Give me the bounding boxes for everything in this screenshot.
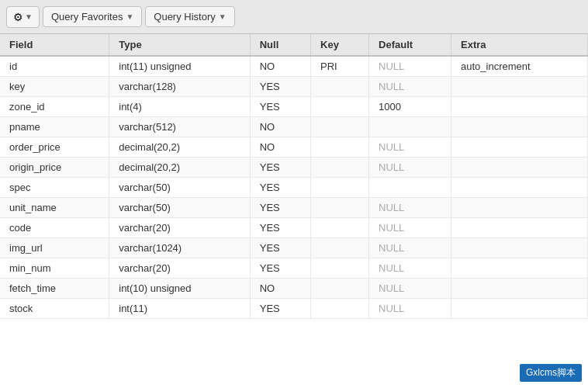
- query-history-button[interactable]: Query History ▼: [145, 6, 234, 27]
- cell-type: int(10) unsigned: [109, 279, 250, 299]
- cell-type: varchar(50): [109, 178, 250, 198]
- cell-type: int(11): [109, 299, 250, 319]
- cell-extra: [451, 279, 588, 299]
- table-row: unit_namevarchar(50)YESNULL: [0, 198, 588, 218]
- cell-extra: [451, 158, 588, 178]
- cell-null: YES: [250, 238, 310, 258]
- cell-type: varchar(20): [109, 218, 250, 238]
- cell-field: key: [0, 77, 109, 97]
- query-favorites-chevron: ▼: [126, 12, 133, 21]
- cell-field: code: [0, 218, 109, 238]
- cell-key: [311, 178, 369, 198]
- table-row: min_numvarchar(20)YESNULL: [0, 258, 588, 279]
- cell-null: YES: [250, 198, 310, 218]
- table-row: zone_idint(4)YES1000: [0, 97, 588, 117]
- table-row: stockint(11)YESNULL: [0, 299, 588, 319]
- cell-type: decimal(20,2): [109, 158, 250, 178]
- table-row: origin_pricedecimal(20,2)YESNULL: [0, 158, 588, 178]
- cell-key: [311, 198, 369, 218]
- table-row: idint(11) unsignedNOPRINULLauto_incremen…: [0, 56, 588, 77]
- table-row: fetch_timeint(10) unsignedNONULL: [0, 279, 588, 299]
- cell-key: [311, 299, 369, 319]
- cell-null: YES: [250, 299, 310, 319]
- cell-field: id: [0, 56, 109, 77]
- table-header-row: Field Type Null Key Default Extra: [0, 34, 588, 56]
- cell-extra: [451, 77, 588, 97]
- cell-extra: [451, 117, 588, 137]
- table-row: specvarchar(50)YES: [0, 178, 588, 198]
- gear-dropdown-chevron: ▼: [25, 12, 33, 21]
- cell-extra: [451, 97, 588, 117]
- cell-type: int(4): [109, 97, 250, 117]
- table-row: codevarchar(20)YESNULL: [0, 218, 588, 238]
- cell-field: min_num: [0, 258, 109, 279]
- cell-default: NULL: [369, 77, 451, 97]
- cell-key: [311, 97, 369, 117]
- cell-type: varchar(50): [109, 198, 250, 218]
- cell-field: order_price: [0, 137, 109, 158]
- cell-field: zone_id: [0, 97, 109, 117]
- table-row: img_urlvarchar(1024)YESNULL: [0, 238, 588, 258]
- cell-field: spec: [0, 178, 109, 198]
- gear-button[interactable]: ⚙ ▼: [6, 6, 40, 28]
- cell-field: unit_name: [0, 198, 109, 218]
- schema-table: Field Type Null Key Default Extra idint(…: [0, 34, 588, 319]
- cell-type: varchar(128): [109, 77, 250, 97]
- cell-field: img_url: [0, 238, 109, 258]
- cell-key: [311, 279, 369, 299]
- query-favorites-button[interactable]: Query Favorites ▼: [43, 6, 142, 27]
- cell-null: YES: [250, 218, 310, 238]
- cell-key: [311, 238, 369, 258]
- cell-null: YES: [250, 178, 310, 198]
- cell-field: stock: [0, 299, 109, 319]
- cell-default: NULL: [369, 56, 451, 77]
- cell-field: origin_price: [0, 158, 109, 178]
- table-row: order_pricedecimal(20,2)NONULL: [0, 137, 588, 158]
- cell-type: decimal(20,2): [109, 137, 250, 158]
- cell-extra: [451, 178, 588, 198]
- cell-field: fetch_time: [0, 279, 109, 299]
- cell-default: [369, 117, 451, 137]
- cell-default: NULL: [369, 258, 451, 279]
- cell-key: [311, 137, 369, 158]
- cell-default: NULL: [369, 238, 451, 258]
- cell-extra: auto_increment: [451, 56, 588, 77]
- cell-extra: [451, 218, 588, 238]
- table-container: Field Type Null Key Default Extra idint(…: [0, 34, 588, 388]
- cell-key: [311, 258, 369, 279]
- cell-extra: [451, 299, 588, 319]
- cell-default: [369, 178, 451, 198]
- col-header-null: Null: [250, 34, 310, 56]
- cell-key: [311, 218, 369, 238]
- table-row: keyvarchar(128)YESNULL: [0, 77, 588, 97]
- cell-type: varchar(20): [109, 258, 250, 279]
- query-history-label: Query History: [154, 11, 215, 23]
- col-header-key: Key: [311, 34, 369, 56]
- query-favorites-label: Query Favorites: [51, 11, 123, 23]
- toolbar: ⚙ ▼ Query Favorites ▼ Query History ▼: [0, 0, 588, 34]
- cell-null: NO: [250, 56, 310, 77]
- col-header-extra: Extra: [451, 34, 588, 56]
- cell-key: [311, 158, 369, 178]
- cell-type: varchar(1024): [109, 238, 250, 258]
- cell-null: YES: [250, 77, 310, 97]
- col-header-field: Field: [0, 34, 109, 56]
- watermark: Gxlcms脚本: [520, 364, 582, 382]
- cell-null: NO: [250, 117, 310, 137]
- cell-extra: [451, 137, 588, 158]
- cell-null: NO: [250, 279, 310, 299]
- watermark-text: Gxlcms脚本: [526, 367, 576, 378]
- cell-default: NULL: [369, 279, 451, 299]
- col-header-type: Type: [109, 34, 250, 56]
- col-header-default: Default: [369, 34, 451, 56]
- cell-default: 1000: [369, 97, 451, 117]
- cell-extra: [451, 238, 588, 258]
- cell-null: YES: [250, 158, 310, 178]
- cell-key: PRI: [311, 56, 369, 77]
- cell-default: NULL: [369, 198, 451, 218]
- cell-default: NULL: [369, 137, 451, 158]
- cell-default: NULL: [369, 158, 451, 178]
- cell-type: varchar(512): [109, 117, 250, 137]
- cell-null: YES: [250, 258, 310, 279]
- cell-null: NO: [250, 137, 310, 158]
